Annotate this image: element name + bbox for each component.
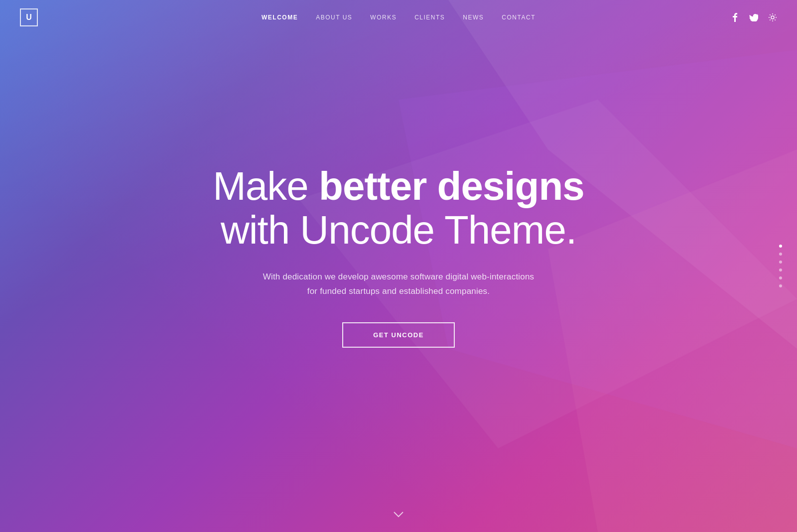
scroll-down-arrow[interactable]: [394, 509, 403, 520]
svg-marker-3: [548, 149, 797, 532]
hero-subtitle: With dedication we develop awesome softw…: [213, 270, 584, 299]
dot-3[interactable]: [779, 261, 782, 264]
nav-welcome[interactable]: WELCOME: [262, 14, 298, 21]
dot-4[interactable]: [779, 268, 782, 271]
nav-works[interactable]: WORKS: [370, 14, 397, 21]
dot-2[interactable]: [779, 253, 782, 256]
nav-contact[interactable]: CONTACT: [502, 14, 535, 21]
dot-navigation: [779, 245, 782, 287]
hero-title-line2: with Uncode Theme.: [221, 208, 576, 252]
hero-title: Make better designs with Uncode Theme.: [213, 164, 584, 252]
get-uncode-button[interactable]: Get Uncode: [342, 322, 455, 348]
nav-social: [730, 13, 777, 22]
hero-title-line1: Make better designs: [213, 164, 584, 208]
hero-section: U WELCOME ABOUT US WORKS CLIENTS NEWS CO…: [0, 0, 797, 532]
navbar: U WELCOME ABOUT US WORKS CLIENTS NEWS CO…: [0, 0, 797, 35]
nav-clients[interactable]: CLIENTS: [414, 14, 445, 21]
twitter-icon[interactable]: [749, 13, 758, 22]
facebook-icon[interactable]: [730, 13, 739, 22]
dot-1[interactable]: [779, 245, 782, 248]
dot-6[interactable]: [779, 284, 782, 287]
nav-links: WELCOME ABOUT US WORKS CLIENTS NEWS CONT…: [262, 14, 535, 21]
svg-point-4: [771, 16, 774, 19]
nav-news[interactable]: NEWS: [463, 14, 484, 21]
dot-5[interactable]: [779, 276, 782, 279]
nav-about[interactable]: ABOUT US: [316, 14, 352, 21]
hero-content: Make better designs with Uncode Theme. W…: [213, 164, 584, 348]
settings-icon[interactable]: [768, 13, 777, 22]
brand-logo[interactable]: U: [20, 8, 38, 26]
